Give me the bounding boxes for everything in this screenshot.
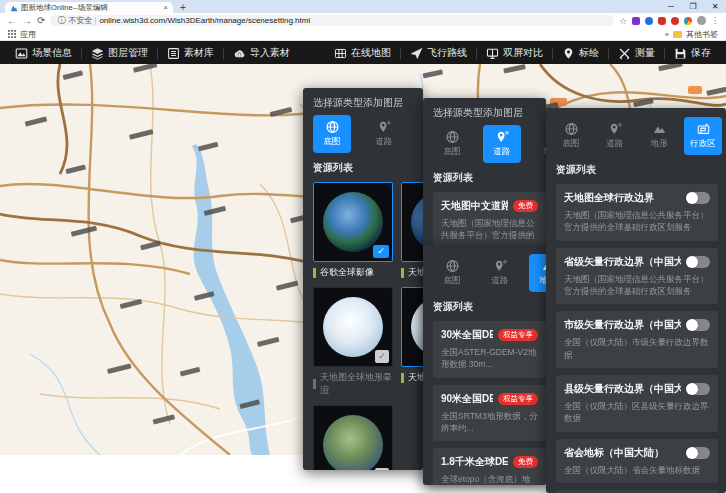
toggle-off[interactable] — [686, 319, 710, 331]
flight-route-button[interactable]: 飞行路线 — [401, 41, 476, 65]
dual-screen-button[interactable]: 双屏对比 — [477, 41, 552, 65]
info-icon[interactable]: ⓘ — [57, 15, 65, 26]
cloud-upload-icon — [233, 47, 246, 60]
free-badge: 免费 — [513, 200, 538, 212]
toolbar-right-group: 在线地图 飞行路线 双屏对比 标绘 测量 保存 — [325, 41, 720, 65]
extension-icon[interactable] — [658, 17, 666, 25]
district-item[interactable]: 市级矢量行政边界（中国大陆） 全国（仅限大陆）市级矢量行政边界数据 — [556, 311, 718, 368]
import-material-button[interactable]: 导入素材 — [224, 41, 299, 65]
basemap-label: 天地图全球地形晕渲 — [313, 371, 393, 397]
reload-icon[interactable]: ⟳ — [37, 13, 45, 28]
basemap-grid: ✓ 谷歌全球影像 ✓ 天地图 ✓ 天地图全球地形晕渲 ✓ 天地图 — [313, 182, 413, 470]
bookmark-star-icon[interactable]: ☆ — [619, 16, 627, 26]
tab-terrain[interactable]: 地形 — [533, 125, 546, 163]
scene-info-button[interactable]: 场景信息 — [6, 41, 81, 65]
add-layer-panel-basemap: 选择源类型添加图层 底图 道路 地形 资源列表 ✓ 谷歌全球影像 ✓ 天地图 — [303, 88, 423, 470]
basemap-thumbnail[interactable]: ✓ — [313, 405, 393, 470]
basemap-item[interactable]: ✓ ArcGis全球影像 — [313, 405, 393, 470]
pin-route-icon — [608, 122, 623, 136]
basemap-item[interactable]: ✓ 天地图 — [401, 287, 423, 397]
apps-label[interactable]: 应用 — [20, 29, 36, 40]
measure-button[interactable]: 测量 — [609, 41, 664, 65]
material-library-label: 素材库 — [184, 46, 214, 60]
material-library-button[interactable]: 素材库 — [158, 41, 223, 65]
basemap-item[interactable]: ✓ 天地图 — [401, 182, 423, 279]
bookmarks-overflow-icon[interactable]: » — [665, 30, 669, 39]
forward-icon[interactable]: → — [22, 13, 32, 28]
premium-badge: 权益专享 — [498, 329, 538, 341]
terrain-item[interactable]: 1.8千米全球DEM 免费 全球etopo（含海底）地形数据，1800m... — [433, 448, 546, 485]
tab-basemap[interactable]: 底图 — [313, 115, 351, 153]
district-item-desc: 全国（仅限大陆）区县级矢量行政边界数据 — [564, 400, 710, 425]
tab-road[interactable]: 道路 — [365, 115, 403, 153]
resource-list-label: 资源列表 — [433, 300, 536, 314]
new-tab-button[interactable]: + — [180, 2, 186, 13]
district-item-desc: 天地图（国家地理信息公共服务平台）官方提供的全球基础行政区划服务 — [564, 209, 710, 234]
monitor-icon — [486, 47, 499, 60]
browser-tab[interactable]: 图新地球Online--场景编辑 × — [5, 2, 173, 13]
basemap-thumbnail[interactable]: ✓ — [313, 182, 393, 262]
extension-icon[interactable] — [671, 17, 679, 25]
tab-basemap[interactable]: 底图 — [433, 125, 471, 163]
basemap-item[interactable]: ✓ 谷歌全球影像 — [313, 182, 393, 279]
other-bookmarks-label[interactable]: 其他书签 — [686, 29, 718, 40]
road-item[interactable]: 天地图中文道路标注 免费 天地图（国家地理信息公共服务平台）官方提供的全球道路标… — [433, 192, 546, 249]
district-item[interactable]: 天地图全球行政边界 天地图（国家地理信息公共服务平台）官方提供的全球基础行政区划… — [556, 184, 718, 241]
apps-grid-icon[interactable] — [8, 30, 16, 38]
tab-terrain[interactable]: 地形 — [529, 254, 546, 292]
tab-close-icon[interactable]: × — [163, 3, 168, 12]
online-map-button[interactable]: 在线地图 — [325, 41, 400, 65]
district-item-title: 县级矢量行政边界（中国大陆） — [564, 382, 681, 396]
profile-avatar[interactable] — [697, 16, 706, 25]
basemap-thumbnail[interactable]: ✓ — [401, 182, 423, 262]
favicon — [10, 4, 18, 12]
resource-list-label: 资源列表 — [433, 171, 536, 185]
toggle-off[interactable] — [686, 256, 710, 268]
close-icon[interactable]: ✕ — [704, 0, 726, 13]
browser-menu-icon[interactable]: ⋮ — [711, 16, 719, 25]
plot-button[interactable]: 标绘 — [553, 41, 608, 65]
tab-title: 图新地球Online--场景编辑 — [21, 3, 160, 13]
checked-icon[interactable]: ✓ — [373, 245, 389, 258]
tab-road[interactable]: 道路 — [596, 117, 634, 155]
checked-icon[interactable]: ✓ — [375, 468, 389, 470]
tab-basemap[interactable]: 底图 — [552, 117, 590, 155]
toggle-off[interactable] — [686, 192, 710, 204]
tab-road[interactable]: 道路 — [483, 125, 521, 163]
tab-terrain[interactable]: 地形 — [640, 117, 678, 155]
source-type-tabs: 底图 道路 地形 — [433, 125, 536, 163]
layer-manage-button[interactable]: 图层管理 — [82, 41, 157, 65]
district-item[interactable]: 省级矢量行政边界（中国大陆） 天地图（国家地理信息公共服务平台）官方提供的全球基… — [556, 248, 718, 305]
basemap-item[interactable]: ✓ 天地图全球地形晕渲 — [313, 287, 393, 397]
tab-basemap[interactable]: 底图 — [433, 254, 471, 292]
basemap-thumbnail[interactable]: ✓ — [401, 287, 423, 367]
extension-icon[interactable] — [645, 17, 653, 25]
toggle-off[interactable] — [686, 383, 710, 395]
basemap-thumbnail[interactable]: ✓ — [313, 287, 393, 367]
terrain-item[interactable]: 30米全国DEM 权益专享 全国ASTER-GDEM-V2地形数据 30m... — [433, 321, 546, 378]
source-type-tabs: 底图 道路 地形 行政区 — [552, 117, 720, 155]
add-layer-panel-terrain: 底图 道路 地形 资源列表 30米全国DEM 权益专享 全国ASTER-GDEM… — [423, 245, 546, 485]
district-item[interactable]: 省会地标（中国大陆） 全国（仅限大陆）省会矢量地标数据 — [556, 439, 718, 483]
back-icon[interactable]: ← — [7, 13, 17, 28]
toggle-off[interactable] — [686, 447, 710, 459]
chrome-extension-icon[interactable] — [684, 17, 692, 25]
app-toolbar: 场景信息 图层管理 素材库 导入素材 在线地图 飞行路线 双屏对比 — [0, 41, 726, 65]
maximize-icon[interactable]: ❐ — [682, 0, 704, 13]
terrain-item[interactable]: 90米全国DEM 权益专享 全国SRTM3地形数据，分辨率约... — [433, 385, 546, 442]
district-map-icon — [696, 122, 711, 136]
tab-road[interactable]: 道路 — [481, 254, 519, 292]
measure-icon — [618, 47, 631, 60]
folder-icon — [673, 31, 682, 38]
district-item[interactable]: 县级矢量行政边界（中国大陆） 全国（仅限大陆）区县级矢量行政边界数据 — [556, 375, 718, 432]
extension-icon[interactable] — [632, 17, 640, 25]
tab-label: 底图 — [444, 275, 461, 287]
measure-label: 测量 — [635, 46, 655, 60]
minimize-icon[interactable]: ─ — [660, 0, 682, 13]
url-field[interactable]: ⓘ 不安全 online.wish3d.com/Wish3DEarth/mana… — [50, 15, 614, 26]
tab-district[interactable]: 行政区 — [684, 117, 722, 155]
online-map-icon — [334, 47, 347, 60]
save-button[interactable]: 保存 — [665, 41, 720, 65]
checked-icon[interactable]: ✓ — [375, 350, 389, 363]
district-list: 天地图全球行政边界 天地图（国家地理信息公共服务平台）官方提供的全球基础行政区划… — [556, 184, 718, 493]
